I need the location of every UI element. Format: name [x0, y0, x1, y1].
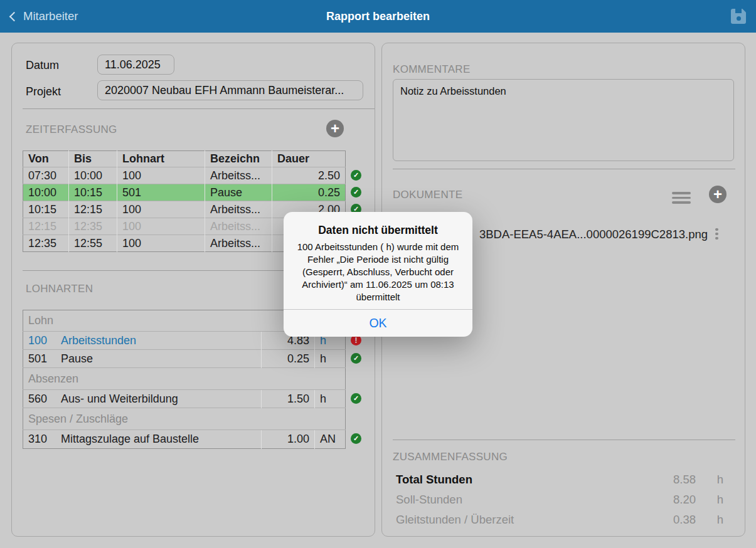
alert-dialog: Daten nicht übermittelt 100 Arbeitsstund…	[284, 212, 472, 337]
chevron-left-icon	[9, 11, 19, 21]
wage-group-row: Spesen / Zuschläge	[23, 408, 346, 430]
document-options-button[interactable]	[715, 228, 718, 241]
projekt-field[interactable]: 2020007 Neubau EFH Ammann Baumeisterar..…	[97, 80, 363, 100]
section-divider	[23, 108, 375, 109]
top-navigation-bar: Mitarbeiter Rapport bearbeiten	[0, 0, 756, 33]
back-button-label: Mitarbeiter	[23, 9, 78, 23]
plus-circle-icon: +	[713, 187, 722, 201]
wage-type-row[interactable]: 560Aus- und Weiterbildung 1.50 h	[23, 390, 346, 408]
lohnarten-section-title: LOHNARTEN	[26, 283, 93, 295]
wage-type-row[interactable]: 310Mittagszulage auf Baustelle 1.00 AN	[23, 430, 346, 449]
col-bis: Bis	[69, 151, 117, 167]
col-von: Von	[23, 151, 69, 167]
col-bezeichn: Bezeichn	[205, 151, 272, 167]
zusammenfassung-section-title: ZUSAMMENFASSUNG	[393, 451, 508, 463]
kommentare-section-title: KOMMENTARE	[393, 63, 471, 76]
summary-row-target: Soll-Stunden 8.20 h	[382, 490, 746, 510]
check-circle-icon: ✓	[351, 187, 361, 198]
floppy-disk-icon	[731, 9, 746, 24]
time-entry-row[interactable]: 07:30 10:00 100 Arbeitss... 2.50	[23, 167, 346, 184]
hamburger-menu-icon	[672, 192, 691, 194]
add-time-entry-button[interactable]: +	[326, 120, 344, 137]
projekt-label: Projekt	[26, 85, 61, 98]
col-dauer: Dauer	[272, 151, 346, 167]
wage-group-row: Absenzen	[23, 368, 346, 390]
dialog-message: 100 Arbeitsstunden ( h) wurde mit dem Fe…	[284, 241, 472, 303]
back-button[interactable]: Mitarbeiter	[9, 0, 78, 33]
plus-circle-icon: +	[331, 122, 339, 135]
wage-type-row[interactable]: 501Pause 0.25 h	[23, 350, 346, 368]
zeiterfassung-section-title: ZEITERFASSUNG	[26, 124, 117, 136]
dialog-title: Daten nicht übermittelt	[318, 224, 438, 237]
check-circle-icon: ✓	[351, 170, 361, 181]
time-entry-row-selected[interactable]: 10:00 10:15 501 Pause 0.25	[23, 184, 346, 201]
check-circle-icon: ✓	[351, 353, 361, 364]
summary-row-overtime: Gleitstunden / Überzeit 0.38 h	[382, 510, 746, 530]
section-divider	[393, 440, 735, 440]
datum-label: Datum	[26, 59, 59, 72]
check-circle-icon: ✓	[351, 393, 361, 404]
summary-row-total: Total Stunden 8.58 h	[382, 470, 746, 490]
add-document-button[interactable]: +	[709, 186, 727, 203]
dokumente-section-title: DOKUMENTE	[393, 189, 462, 201]
save-button[interactable]	[731, 9, 746, 24]
table-header-row: Von Bis Lohnart Bezeichn Dauer	[23, 151, 346, 167]
document-list-menu-button[interactable]	[672, 192, 691, 206]
dialog-ok-button[interactable]: OK	[284, 309, 472, 337]
document-file-name: 3BDA-EEA5-4AEA...0000026199C2813.png	[479, 228, 708, 241]
col-lohnart: Lohnart	[117, 151, 205, 167]
comment-input[interactable]: Notiz zu Arbeisstunden	[393, 79, 734, 161]
check-circle-icon: ✓	[351, 433, 361, 444]
page-title: Rapport bearbeiten	[326, 10, 430, 23]
dots-vertical-icon	[715, 228, 718, 231]
section-divider	[393, 169, 735, 169]
datum-field[interactable]: 11.06.2025	[97, 55, 174, 75]
